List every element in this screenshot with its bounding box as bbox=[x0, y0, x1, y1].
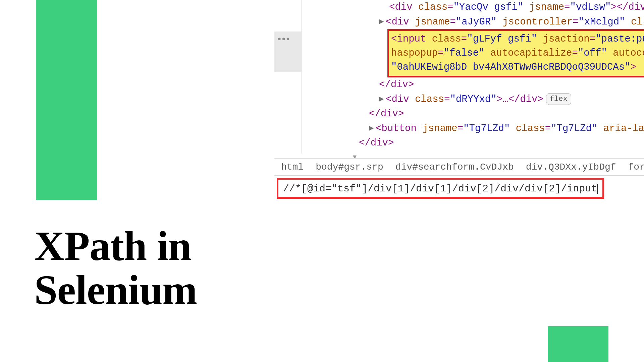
dom-node-button-tg7lzd[interactable]: ▶<button jsname="Tg7LZd" class="Tg7LZd" … bbox=[302, 121, 644, 136]
title-line-2: Selenium bbox=[34, 267, 197, 313]
devtools-panel: ••• <div class="YacQv gsfi" jsname="vdLs… bbox=[274, 0, 644, 201]
dom-node-div-ajygr[interactable]: ▶<div jsname="aJyGR" jscontroller="xMclg… bbox=[302, 15, 644, 29]
devtools-gutter bbox=[274, 0, 302, 154]
dom-node-div-yacqv[interactable]: <div class="YacQv gsfi" jsname="vdLsw"><… bbox=[302, 0, 644, 15]
dom-close-div-1: </div> bbox=[302, 77, 644, 92]
decorative-green-bottom bbox=[548, 326, 608, 362]
dom-breadcrumb[interactable]: html body#gsr.srp div#searchform.CvDJxb … bbox=[274, 158, 644, 176]
flex-badge[interactable]: flex bbox=[546, 93, 571, 105]
xpath-value: //*[@id="tsf"]/div[1]/div[1]/div[2]/div/… bbox=[283, 183, 597, 194]
slide-title: XPath in Selenium bbox=[34, 224, 197, 312]
highlight-line-1: <input class="gLFyf gsfi" jsaction="past… bbox=[391, 32, 644, 46]
expand-arrow-icon[interactable]: ▶ bbox=[379, 93, 386, 105]
expand-arrow-icon[interactable]: ▶ bbox=[369, 122, 376, 134]
dom-node-div-dryyxd[interactable]: ▶<div class="dRYYxd">…</div>flex bbox=[302, 92, 644, 107]
xpath-search-input[interactable]: //*[@id="tsf"]/div[1]/div[1]/div[2]/div/… bbox=[277, 178, 604, 199]
highlight-line-3: "0ahUKEwig8bD bv4AhX8TWwGHcRBDQoQ39UDCAs… bbox=[391, 60, 644, 74]
decorative-green-top bbox=[36, 0, 97, 200]
breadcrumb-searchform[interactable]: div#searchform.CvDJxb bbox=[395, 162, 514, 172]
dom-close-div-3: </div> bbox=[302, 136, 644, 150]
breadcrumb-form-tsf[interactable]: form#tsf. bbox=[628, 162, 644, 172]
gutter-ellipsis-icon: ••• bbox=[278, 34, 290, 44]
breadcrumb-html[interactable]: html bbox=[281, 162, 304, 172]
breadcrumb-q3dxx[interactable]: div.Q3DXx.yIbDgf bbox=[526, 162, 616, 172]
breadcrumb-body[interactable]: body#gsr.srp bbox=[316, 162, 383, 172]
title-line-1: XPath in bbox=[34, 223, 191, 269]
text-cursor bbox=[597, 184, 598, 194]
dom-close-div-2: </div> bbox=[302, 107, 644, 121]
highlight-line-2: haspopup="false" autocapitalize="off" au… bbox=[391, 46, 644, 60]
selected-dom-node-input[interactable]: <input class="gLFyf gsfi" jsaction="past… bbox=[387, 29, 644, 77]
elements-source[interactable]: <div class="YacQv gsfi" jsname="vdLsw"><… bbox=[302, 0, 644, 150]
expand-arrow-icon[interactable]: ▶ bbox=[379, 16, 386, 28]
